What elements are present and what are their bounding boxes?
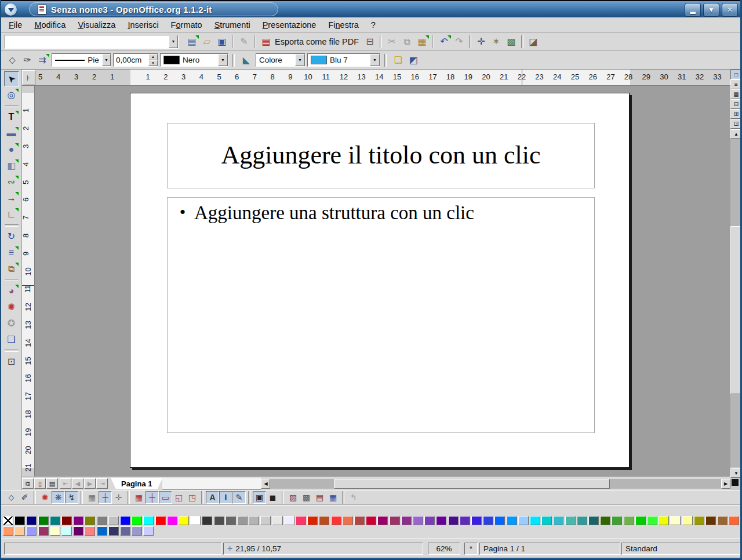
horizontal-scrollbar-thumb[interactable]: [334, 479, 610, 489]
pdf-export-label[interactable]: Esporta come file PDF: [275, 37, 359, 46]
color-swatch[interactable]: [518, 516, 529, 525]
tab-type-selector[interactable]: ⊦: [22, 70, 35, 85]
url-input[interactable]: [8, 35, 166, 48]
fill-type-select[interactable]: Colore ▼: [256, 53, 305, 67]
rectangle-tool[interactable]: ▬: [4, 126, 19, 141]
3d-effects-tool[interactable]: ✪: [4, 316, 19, 331]
color-swatch[interactable]: [377, 516, 388, 525]
snap-to-snap-lines-icon[interactable]: ┼: [146, 491, 159, 504]
color-swatch[interactable]: [413, 516, 423, 525]
color-swatch[interactable]: [85, 516, 95, 525]
dropdown-arrow-icon[interactable]: ▼: [169, 35, 178, 48]
exit-group-icon[interactable]: ↰: [347, 491, 360, 504]
snap-to-object-border-icon[interactable]: ◱: [172, 491, 186, 504]
color-swatch[interactable]: [296, 516, 306, 525]
text-placeholder-icon[interactable]: ▤: [313, 491, 326, 504]
glue-points-icon[interactable]: ✐: [18, 491, 31, 504]
dropdown-arrow-icon[interactable]: ▼: [295, 54, 305, 66]
picture-placeholder-icon[interactable]: ▨: [286, 491, 300, 504]
color-swatch[interactable]: [132, 526, 142, 536]
layer-mode-button[interactable]: ▤: [46, 478, 58, 489]
line-width-input[interactable]: [114, 54, 148, 66]
helplines-moving-icon[interactable]: ✛: [112, 491, 125, 504]
color-swatch[interactable]: [85, 526, 95, 536]
save-document-icon[interactable]: ▣: [214, 34, 230, 49]
presentation-tool[interactable]: ⊡: [4, 354, 19, 369]
color-swatch[interactable]: [155, 516, 166, 525]
double-click-edit-text-icon[interactable]: ✎: [232, 491, 246, 504]
simple-handles-icon[interactable]: ▣: [253, 491, 266, 504]
color-swatch[interactable]: [143, 526, 154, 536]
color-swatch[interactable]: [682, 516, 693, 525]
menu-formato[interactable]: Formato: [169, 19, 204, 31]
vertical-ruler[interactable]: 123456789101112131415161718192021: [22, 86, 35, 477]
dropdown-arrow-icon[interactable]: ▼: [370, 54, 380, 66]
spin-down-icon[interactable]: ▼: [148, 60, 158, 67]
last-page-button[interactable]: ⇥: [96, 478, 108, 489]
color-swatch[interactable]: [249, 516, 259, 525]
color-swatch[interactable]: [530, 516, 540, 525]
effects-tool[interactable]: ◕: [4, 283, 19, 299]
next-page-button[interactable]: ▶: [84, 478, 96, 489]
handout-view-button[interactable]: ⊞: [730, 109, 742, 119]
color-swatch[interactable]: [14, 516, 25, 525]
color-swatch[interactable]: [108, 526, 119, 536]
edit-file-icon[interactable]: ✎: [237, 34, 252, 49]
shade-button[interactable]: ▼: [703, 3, 719, 17]
curve-tool[interactable]: ∾: [4, 174, 19, 190]
stylist-icon[interactable]: ✶: [489, 34, 504, 49]
dropdown-arrow-icon[interactable]: ▼: [218, 54, 228, 66]
quick-edit-icon[interactable]: A: [206, 491, 219, 504]
allow-interaction-icon[interactable]: ↯: [65, 491, 78, 504]
menu-?[interactable]: ?: [369, 19, 377, 31]
paste-icon[interactable]: ▦: [414, 34, 430, 49]
horizontal-ruler[interactable]: 5432112345678910111213141516171819202122…: [22, 70, 730, 86]
color-swatch[interactable]: [179, 516, 189, 525]
color-swatch[interactable]: [705, 516, 716, 525]
open-document-icon[interactable]: ▱: [199, 34, 214, 49]
3d-controller-tool[interactable]: ❑: [4, 332, 19, 347]
color-swatch[interactable]: [507, 516, 517, 525]
show-snap-lines-icon[interactable]: ┼: [99, 491, 112, 504]
color-swatch[interactable]: [483, 516, 493, 525]
color-swatch[interactable]: [73, 516, 83, 525]
color-swatch[interactable]: [143, 516, 154, 525]
color-swatch[interactable]: [50, 516, 60, 525]
color-swatch[interactable]: [202, 516, 212, 525]
redo-icon[interactable]: ↷: [452, 34, 467, 49]
contour-mode-icon[interactable]: ▩: [300, 491, 313, 504]
spin-up-icon[interactable]: ▲: [148, 54, 158, 60]
scroll-left-button[interactable]: ◀: [261, 479, 270, 489]
color-swatch[interactable]: [729, 516, 739, 525]
connectors-tool[interactable]: ∟: [4, 207, 19, 222]
color-swatch[interactable]: [61, 526, 72, 536]
close-button[interactable]: ✕: [722, 3, 738, 17]
undo-icon[interactable]: ↶: [437, 34, 452, 49]
color-swatch[interactable]: [401, 516, 412, 525]
color-swatch[interactable]: [237, 516, 248, 525]
drawing-view-button[interactable]: □: [730, 70, 742, 79]
color-swatch[interactable]: [167, 516, 177, 525]
ellipse-tool[interactable]: ●: [4, 142, 19, 157]
color-swatch[interactable]: [612, 516, 622, 525]
slideshow-button[interactable]: ⊡: [730, 119, 742, 129]
interaction-tool[interactable]: ✺: [4, 300, 19, 315]
notes-view-button[interactable]: ⊟: [730, 99, 742, 109]
color-swatch[interactable]: [120, 516, 130, 525]
color-swatch[interactable]: [108, 516, 119, 525]
menu-inserisci[interactable]: Inserisci: [126, 19, 160, 31]
color-swatch[interactable]: [694, 516, 704, 525]
frame-icon[interactable]: ◩: [406, 53, 421, 68]
color-swatch[interactable]: [424, 516, 435, 525]
page-tab[interactable]: Pagina 1: [111, 478, 162, 489]
page-mode-button[interactable]: ⧉: [22, 478, 34, 489]
color-swatch[interactable]: [50, 526, 60, 536]
color-swatch[interactable]: [624, 516, 634, 525]
color-swatch[interactable]: [97, 516, 107, 525]
color-swatch[interactable]: [331, 516, 341, 525]
snap-to-grid-icon[interactable]: ▦: [132, 491, 146, 504]
color-swatch[interactable]: [73, 526, 83, 536]
allow-effects-icon[interactable]: ❋: [52, 491, 65, 504]
color-swatch[interactable]: [14, 526, 25, 536]
menu-file[interactable]: File: [7, 19, 24, 31]
